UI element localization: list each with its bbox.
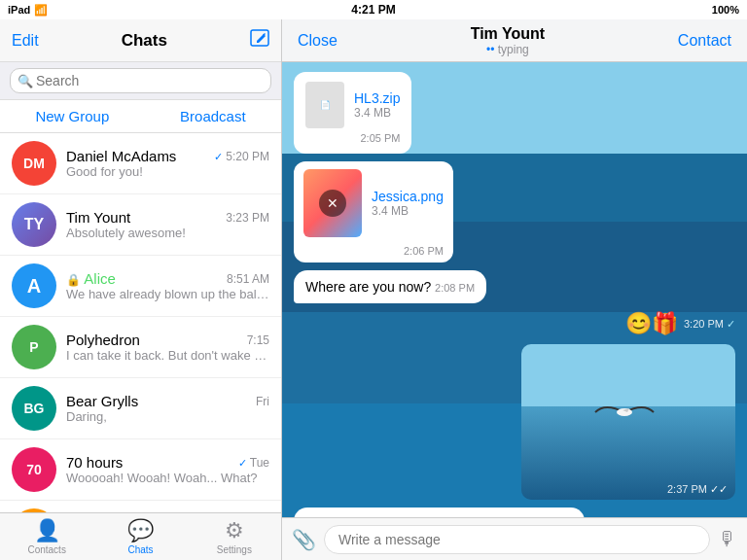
chat-time: 8:51 AM [227,272,269,286]
search-input[interactable] [10,68,271,93]
chat-time: 3:23 PM [226,211,269,225]
chat-preview: Wooooah! Wooah! Woah... What? [66,471,269,485]
seagull-icon [586,383,663,441]
chat-name: 70 hours [66,454,123,471]
avatar: P [12,325,56,369]
typing-label: typing [498,43,529,56]
chat-name: Polyhedron [66,332,140,348]
main-layout: Edit Chats 🔍 New Group Broadcast DM [0,19,747,560]
avatar: BG [12,386,56,431]
emoji-content: 😊🎁 [625,311,678,336]
text-message-received: Where are you now? 2:08 PM [294,270,486,303]
mic-button[interactable]: 🎙 [718,528,737,550]
svg-point-1 [617,408,632,416]
image-file-info: Jessica.png 3.4 MB [372,189,444,218]
edit-button[interactable]: Edit [12,32,39,50]
chat-list-header: Edit Chats [0,19,281,62]
chat-item-info: Bear Grylls Fri Daring, [66,393,269,424]
chat-list-item[interactable]: BG Bear Grylls Fri Daring, [0,378,281,439]
chat-area[interactable]: 📄 HL3.zip 3.4 MB 2:05 PM ✕ Jessica.png 3… [282,62,747,517]
chat-time: ✓ Tue [238,456,269,470]
image-time: 2:06 PM [294,245,453,262]
bottom-tabs: 👤Contacts💬Chats⚙Settings [0,512,281,560]
tab-settings[interactable]: ⚙Settings [188,513,281,560]
contact-button[interactable]: Contact [678,32,731,50]
emoji-time: 3:20 PM ✓ [684,318,735,331]
file-info: HL3.zip 3.4 MB [354,90,400,120]
search-icon: 🔍 [18,74,33,88]
message-text: Where are you now? [305,279,435,295]
left-panel: Edit Chats 🔍 New Group Broadcast DM [0,19,282,560]
chat-list-item[interactable]: 70 70 hours ✓ Tue Wooooah! Wooah! Woah..… [0,439,281,501]
chats-title: Chats [122,31,167,51]
chat-item-info: 70 hours ✓ Tue Wooooah! Wooah! Woah... W… [66,454,269,485]
avatar: TY [12,202,56,247]
file-icon: 📄 [305,82,344,128]
new-group-button[interactable]: New Group [35,108,109,124]
cancel-icon[interactable]: ✕ [319,190,346,217]
file-name: HL3.zip [354,90,400,106]
group-broadcast-row: New Group Broadcast [0,100,281,133]
compose-button[interactable] [250,29,269,52]
text-message-sailor: You are not a good sailor as I know ;) 3… [294,508,585,517]
emoji-message-sent: 😊🎁 3:20 PM ✓ [625,311,735,336]
message-time: 2:08 PM [435,282,475,294]
settings-icon: ⚙ [225,518,244,543]
contact-info[interactable]: Tim Yount •• typing [471,25,545,56]
chat-header: Close Tim Yount •• typing Contact [282,19,747,62]
message-input-bar: 📎 🎙 [282,517,747,560]
chat-preview: I can take it back. But don't wake me up… [66,348,269,363]
chat-name: Daniel McAdams [66,148,176,164]
chat-time: Fri [256,395,269,408]
contact-name: Tim Yount [471,25,545,43]
photo-message-sent: 2:37 PM ✓✓ [521,344,735,500]
chat-preview: We have already blown up the balloon! [66,287,269,301]
chats-label: Chats [127,544,153,555]
photo-time: 2:37 PM ✓✓ [667,483,728,496]
chat-item-info: Tim Yount 3:23 PM Absolutely awesome! [66,209,269,240]
chat-list-item[interactable]: DM Daniel McAdams ✓ 5:20 PM Good for you… [0,133,281,194]
tab-contacts[interactable]: 👤Contacts [0,513,93,560]
chat-list-item[interactable]: TY Tim Yount 3:23 PM Absolutely awesome! [0,194,281,256]
right-panel: Close Tim Yount •• typing Contact 📄 HL3.… [282,19,747,560]
battery-display: 100% [712,4,739,16]
chat-list-item[interactable]: AT Adler Toberg Mon Cmon... Show us some… [0,501,281,512]
image-thumbnail: ✕ [303,169,362,237]
contacts-label: Contacts [27,544,65,555]
chat-preview: Daring, [66,409,269,424]
chat-item-info: Daniel McAdams ✓ 5:20 PM Good for you! [66,148,269,179]
chat-name: 🔒 Alice [66,270,116,287]
time-display: 4:21 PM [351,3,395,17]
tab-chats[interactable]: 💬Chats [93,513,187,560]
carrier-label: iPad [8,4,30,16]
status-bar: iPad 📶 4:21 PM 100% [0,0,747,19]
avatar: A [12,263,56,308]
chat-list: DM Daniel McAdams ✓ 5:20 PM Good for you… [0,133,281,512]
file-message: 📄 HL3.zip 3.4 MB 2:05 PM [294,72,411,154]
chat-time: ✓ 5:20 PM [214,150,269,163]
file-time: 2:05 PM [305,132,400,144]
chat-name: Bear Grylls [66,393,138,409]
typing-status: •• typing [471,43,545,56]
chat-preview: Absolutely awesome! [66,226,269,240]
close-button[interactable]: Close [298,32,338,50]
image-message: ✕ Jessica.png 3.4 MB 2:06 PM [294,161,453,262]
message-input[interactable] [324,525,710,554]
avatar: DM [12,141,56,186]
chat-item-info: Polyhedron 7:15 I can take it back. But … [66,332,269,363]
image-filename: Jessica.png [372,189,444,204]
sailor-text: You are not a good sailor as I know ;) [305,516,534,517]
attach-button[interactable]: 📎 [292,528,316,551]
contacts-icon: 👤 [34,518,60,543]
carrier-wifi: iPad 📶 [8,4,48,17]
broadcast-button[interactable]: Broadcast [180,108,246,124]
chats-icon: 💬 [127,518,154,543]
search-bar-container: 🔍 [0,62,281,100]
chat-list-item[interactable]: P Polyhedron 7:15 I can take it back. Bu… [0,317,281,378]
typing-dots: •• [486,43,494,56]
chat-item-info: 🔒 Alice 8:51 AM We have already blown up… [66,270,269,301]
settings-label: Settings [217,544,252,555]
image-filesize: 3.4 MB [372,204,444,218]
chat-list-item[interactable]: A 🔒 Alice 8:51 AM We have already blown … [0,256,281,317]
wifi-icon: 📶 [34,4,48,17]
